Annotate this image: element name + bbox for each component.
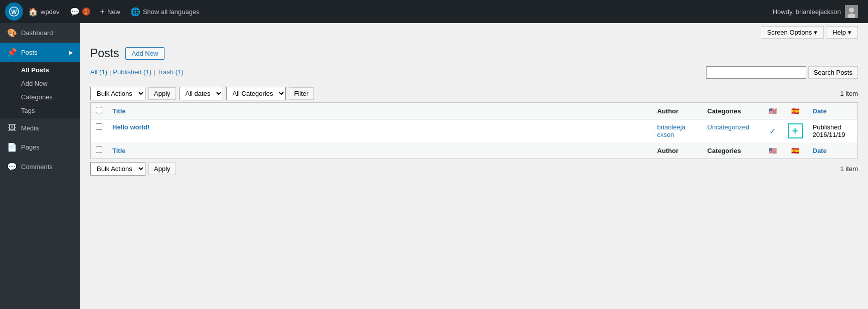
item-count-bottom: 1 item: [840, 165, 858, 173]
search-posts-button[interactable]: Search Posts: [808, 66, 858, 79]
help-label: Help: [832, 29, 846, 36]
screen-options-label: Screen Options: [767, 29, 812, 36]
admin-bar-new[interactable]: + New: [95, 0, 125, 23]
add-new-button[interactable]: Add New: [125, 47, 165, 60]
pages-icon: 📄: [7, 142, 17, 152]
dates-select[interactable]: All dates: [179, 87, 223, 100]
header-title[interactable]: Title: [107, 103, 652, 119]
plus-icon: +: [100, 7, 105, 16]
row-lang1-cell: ✓: [763, 119, 783, 143]
es-flag-footer: 🇪🇸: [791, 147, 799, 154]
svg-text:W: W: [11, 9, 17, 16]
filter-button[interactable]: Filter: [289, 87, 314, 100]
add-translation-button[interactable]: +: [788, 123, 803, 138]
top-options-bar: Screen Options ▾ Help ▾: [80, 23, 868, 42]
select-all-checkbox[interactable]: [96, 107, 102, 113]
row-title-cell: Hello world!: [107, 119, 652, 143]
content-area: Posts Add New All (1) | Published (1) |: [80, 42, 868, 186]
help-chevron: ▾: [848, 29, 851, 36]
dashboard-icon: 🎨: [7, 28, 17, 38]
date-value: 2016/11/19: [813, 131, 845, 138]
sidebar-item-categories[interactable]: Categories: [0, 90, 80, 104]
footer-author: Author: [652, 142, 703, 159]
select-all-footer-checkbox[interactable]: [96, 146, 102, 153]
sidebar-item-label: Posts: [21, 49, 38, 56]
screen-options-chevron: ▾: [814, 29, 817, 36]
header-lang1: 🇺🇸: [763, 103, 783, 119]
header-author: Author: [652, 103, 703, 119]
apply-button-bottom[interactable]: Apply: [148, 163, 176, 175]
main-layout: 🎨 Dashboard 📌 Posts ▶ All Posts Add New …: [0, 23, 868, 309]
footer-title[interactable]: Title: [107, 142, 652, 159]
sidebar-item-dashboard[interactable]: 🎨 Dashboard: [0, 23, 80, 43]
new-label: New: [107, 8, 120, 16]
admin-bar: W 🏠 wpdev 💬 0 + New 🌐 Show all languages…: [0, 0, 868, 23]
categories-select[interactable]: All Categories: [226, 87, 286, 100]
sidebar-item-all-posts[interactable]: All Posts: [0, 63, 80, 77]
row-categories-cell: Uncategorized: [703, 119, 763, 143]
sidebar-item-comments[interactable]: 💬 Comments: [0, 157, 80, 177]
page-title: Posts: [90, 47, 119, 60]
row-checkbox[interactable]: [96, 123, 102, 130]
media-icon: 🖼: [7, 123, 17, 132]
apply-button-top[interactable]: Apply: [148, 87, 176, 100]
help-button[interactable]: Help ▾: [826, 26, 858, 39]
footer-date[interactable]: Date: [808, 142, 858, 159]
comment-icon: 💬: [70, 7, 80, 17]
posts-table: Title Author Categories 🇺🇸 🇪🇸 Date: [90, 102, 858, 159]
admin-bar-home[interactable]: 🏠 wpdev: [23, 0, 65, 23]
sidebar-item-add-new[interactable]: Add New: [0, 77, 80, 90]
sidebar-item-label: Pages: [21, 143, 40, 151]
user-greeting: Howdy, brianleejackson: [773, 8, 841, 16]
bottom-toolbar: Bulk Actions Apply 1 item: [90, 162, 858, 176]
wp-logo[interactable]: W: [5, 3, 23, 21]
search-input[interactable]: [706, 66, 806, 79]
lang1-check-icon: ✓: [769, 127, 776, 135]
sidebar-item-media[interactable]: 🖼 Media: [0, 118, 80, 137]
table-header-row: Title Author Categories 🇺🇸 🇪🇸 Date: [91, 103, 858, 119]
filter-all[interactable]: All (1): [90, 68, 107, 76]
bulk-actions-select-top[interactable]: Bulk Actions: [90, 87, 145, 100]
comments-icon: 💬: [7, 162, 17, 172]
footer-categories: Categories: [703, 142, 763, 159]
date-status: Published: [813, 123, 841, 131]
top-toolbar: Bulk Actions Apply All dates All Categor…: [90, 87, 858, 100]
sidebar: 🎨 Dashboard 📌 Posts ▶ All Posts Add New …: [0, 23, 80, 309]
sidebar-item-tags[interactable]: Tags: [0, 104, 80, 117]
category-link[interactable]: Uncategorized: [708, 123, 750, 131]
header-checkbox-cell: [91, 103, 108, 119]
languages-label: Show all languages: [143, 8, 200, 16]
sidebar-item-pages[interactable]: 📄 Pages: [0, 137, 80, 157]
sidebar-item-label: Dashboard: [21, 29, 53, 37]
table-row: Hello world! brianleejackson Uncategoriz…: [91, 119, 858, 143]
admin-bar-user: Howdy, brianleejackson: [773, 5, 863, 18]
separator-2: |: [153, 68, 155, 76]
post-title-link[interactable]: Hello world!: [112, 123, 149, 131]
svg-point-3: [849, 8, 854, 13]
filter-trash[interactable]: Trash (1): [157, 68, 183, 76]
screen-options-button[interactable]: Screen Options ▾: [761, 26, 824, 39]
footer-lang1: 🇺🇸: [763, 142, 783, 159]
footer-checkbox-cell: [91, 142, 108, 159]
row-date-cell: Published 2016/11/19: [808, 119, 858, 143]
filter-published[interactable]: Published (1): [113, 68, 151, 76]
site-name: wpdev: [41, 8, 60, 16]
admin-bar-languages[interactable]: 🌐 Show all languages: [125, 0, 205, 23]
author-link[interactable]: brianleejackson: [657, 123, 685, 138]
item-count-top: 1 item: [840, 90, 858, 97]
footer-lang2: 🇪🇸: [783, 142, 808, 159]
filter-links: All (1) | Published (1) | Trash (1): [90, 68, 184, 76]
us-flag-header: 🇺🇸: [769, 107, 777, 115]
es-flag-header: 🇪🇸: [791, 107, 799, 115]
us-flag-footer: 🇺🇸: [769, 147, 777, 154]
page-title-row: Posts Add New: [90, 47, 858, 60]
header-date[interactable]: Date: [808, 103, 858, 119]
admin-bar-comments[interactable]: 💬 0: [65, 0, 95, 23]
sidebar-sub-posts: All Posts Add New Categories Tags: [0, 62, 80, 118]
posts-icon: 📌: [7, 48, 17, 57]
sidebar-item-posts[interactable]: 📌 Posts ▶: [0, 43, 80, 62]
avatar[interactable]: [845, 5, 858, 18]
main-content: Screen Options ▾ Help ▾ Posts Add New Al…: [80, 23, 868, 309]
bulk-actions-select-bottom[interactable]: Bulk Actions: [90, 162, 145, 176]
comment-count: 0: [82, 8, 90, 16]
